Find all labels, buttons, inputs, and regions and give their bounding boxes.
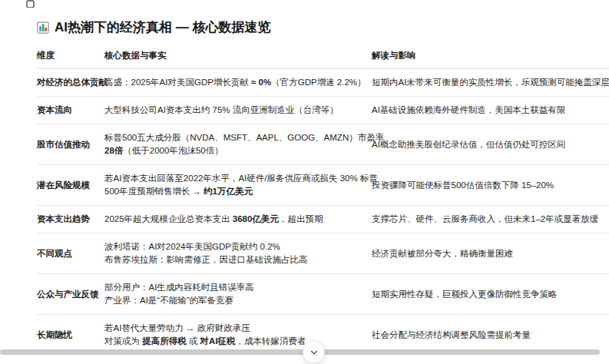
- facts-cell: 标普500五大成分股（NVDA、MSFT、AAPL、GOOG、AMZN）市盈率2…: [104, 124, 372, 165]
- fact-highlight: ≈ 0%: [251, 78, 271, 87]
- bar-chart-icon: [37, 22, 49, 34]
- chevron-down-icon: [309, 348, 319, 357]
- fact-text: 布鲁苏埃拉斯：影响需修正，因进口基础设施占比高: [104, 255, 308, 264]
- page: { "page": { "title": "AI热潮下的经济真相 — 核心数据速…: [0, 0, 609, 364]
- fact-text: ，超出预期: [279, 214, 323, 223]
- fact-line: 波利塔诺：AI对2024年美国GDP贡献约 0.2%: [104, 240, 362, 253]
- fact-line: 大型科技公司AI资本支出约 75% 流向亚洲制造业（台湾等）: [104, 104, 362, 117]
- fact-line: 对策或为 提高所得税 或 对AI征税，成本转嫁消费者: [104, 335, 362, 348]
- impact-cell: 支撑芯片、硬件、云服务商收入，但未来1–2年或显著放缓: [372, 206, 609, 233]
- dimension-label: 股市估值推动: [37, 124, 104, 165]
- fact-text: 高盛：2025年AI对美国GDP增长贡献: [104, 78, 251, 87]
- fact-line: 若AI替代大量劳动力 → 政府财政承压: [104, 322, 362, 335]
- dimension-label: 资本支出趋势: [37, 206, 104, 233]
- table-header-row: 维度 核心数据与事实 解读与影响: [37, 47, 609, 69]
- fact-text: 2025年超大规模企业总资本支出: [104, 214, 233, 223]
- facts-cell: 大型科技公司AI资本支出约 75% 流向亚洲制造业（台湾等）: [104, 97, 372, 124]
- fact-highlight: 约1万亿美元: [204, 187, 253, 196]
- fact-text: 波利塔诺：AI对2024年美国GDP贡献约 0.2%: [104, 242, 280, 251]
- fact-line: 标普500五大成分股（NVDA、MSFT、AAPL、GOOG、AMZN）市盈率: [104, 131, 362, 144]
- fact-text: ，成本转嫁消费者: [236, 336, 306, 346]
- fact-line: 2025年超大规模企业总资本支出 3680亿美元，超出预期: [104, 213, 362, 226]
- table-row: 公众与产业反馈部分用户：AI生成内容耗时且错误率高产业界：AI是“不能输”的军备…: [37, 274, 609, 315]
- page-title-text: AI热潮下的经济真相 — 核心数据速览: [55, 18, 270, 36]
- impact-cell: 投资骤降可能使标普500估值倍数下降 15–20%: [372, 165, 609, 206]
- fact-line: 高盛：2025年AI对美国GDP增长贡献 ≈ 0%（官方GDP增速 2.2%）: [104, 76, 362, 89]
- fact-text: 对策或为: [104, 336, 142, 346]
- fact-line: 部分用户：AI生成内容耗时且错误率高: [104, 281, 362, 294]
- fact-text: 或: [187, 336, 200, 346]
- dimension-label: 资本流向: [37, 97, 104, 124]
- impact-cell: AI概念助推美股创纪录估值，但估值仍处可控区间: [372, 124, 609, 165]
- table-row: 不同观点波利塔诺：AI对2024年美国GDP贡献约 0.2%布鲁苏埃拉斯：影响需…: [37, 233, 609, 274]
- fact-line: 产业界：AI是“不能输”的军备竞赛: [104, 294, 362, 307]
- fact-text: 若AI资本支出回落至2022年水平，AI硬件/服务供应商或损失 30% 标普: [104, 174, 378, 183]
- data-table: 维度 核心数据与事实 解读与影响 对经济的总体贡献高盛：2025年AI对美国GD…: [37, 47, 609, 355]
- header-facts: 核心数据与事实: [104, 47, 372, 69]
- fact-text: 产业界：AI是“不能输”的军备竞赛: [104, 296, 233, 305]
- fact-line: 布鲁苏埃拉斯：影响需修正，因进口基础设施占比高: [104, 253, 362, 266]
- horizontal-scrollbar-thumb[interactable]: [0, 349, 600, 355]
- table-row: 股市估值推动标普500五大成分股（NVDA、MSFT、AAPL、GOOG、AMZ…: [37, 124, 609, 165]
- fact-text: 大型科技公司AI资本支出约 75% 流向亚洲制造业（台湾等）: [104, 105, 339, 114]
- impact-cell: 短期实用性存疑，巨额投入更像防御性竞争策略: [372, 274, 609, 315]
- fact-text: 标普500五大成分股（NVDA、MSFT、AAPL、GOOG、AMZN）市盈率: [104, 133, 384, 142]
- impact-cell: AI基础设施依赖海外硬件制造，美国本土获益有限: [372, 97, 609, 124]
- fact-line: 500年度预期销售增长 → 约1万亿美元: [104, 185, 362, 198]
- dimension-label: 潜在风险规模: [37, 165, 104, 206]
- table-row: 资本支出趋势2025年超大规模企业总资本支出 3680亿美元，超出预期支撑芯片、…: [37, 206, 609, 233]
- facts-cell: 2025年超大规模企业总资本支出 3680亿美元，超出预期: [104, 206, 372, 233]
- clipped-icon-glyph: [26, 0, 35, 8]
- page-title: AI热潮下的经济真相 — 核心数据速览: [37, 18, 609, 36]
- table-row: 潜在风险规模若AI资本支出回落至2022年水平，AI硬件/服务供应商或损失 30…: [37, 165, 609, 206]
- header-dimension: 维度: [37, 47, 104, 69]
- dimension-label: 不同观点: [37, 233, 104, 274]
- fact-text: 500年度预期销售增长 →: [104, 187, 204, 196]
- scroll-to-bottom-button[interactable]: [303, 341, 325, 363]
- fact-line: 28倍（低于2000年泡沫50倍）: [104, 144, 362, 157]
- facts-cell: 部分用户：AI生成内容耗时且错误率高产业界：AI是“不能输”的军备竞赛: [104, 274, 372, 315]
- facts-cell: 高盛：2025年AI对美国GDP增长贡献 ≈ 0%（官方GDP增速 2.2%）: [104, 69, 372, 97]
- dimension-label: 公众与产业反馈: [37, 274, 104, 315]
- table-row: 对经济的总体贡献高盛：2025年AI对美国GDP增长贡献 ≈ 0%（官方GDP增…: [37, 69, 609, 97]
- table-body: 对经济的总体贡献高盛：2025年AI对美国GDP增长贡献 ≈ 0%（官方GDP增…: [37, 69, 609, 356]
- header-impact: 解读与影响: [372, 47, 609, 69]
- facts-cell: 若AI资本支出回落至2022年水平，AI硬件/服务供应商或损失 30% 标普50…: [104, 165, 372, 206]
- fact-highlight: 提高所得税: [142, 336, 187, 346]
- table-row: 资本流向大型科技公司AI资本支出约 75% 流向亚洲制造业（台湾等）AI基础设施…: [37, 97, 609, 124]
- fact-highlight: 3680亿美元: [233, 214, 279, 223]
- facts-cell: 波利塔诺：AI对2024年美国GDP贡献约 0.2%布鲁苏埃拉斯：影响需修正，因…: [104, 233, 372, 274]
- dimension-label: 对经济的总体贡献: [37, 69, 104, 97]
- fact-text: （低于2000年泡沫50倍）: [123, 146, 223, 155]
- fact-highlight: 28倍: [104, 146, 123, 155]
- fact-highlight: 对AI征税: [200, 336, 236, 346]
- fact-text: 部分用户：AI生成内容耗时且错误率高: [104, 283, 254, 292]
- impact-cell: 短期内AI未带来可衡量的实质性增长，乐观预测可能掩盖深层趋势: [372, 69, 609, 97]
- fact-text: 若AI替代大量劳动力 → 政府财政承压: [104, 323, 250, 333]
- fact-line: 若AI资本支出回落至2022年水平，AI硬件/服务供应商或损失 30% 标普: [104, 172, 362, 185]
- impact-cell: 经济贡献被部分夸大，精确衡量困难: [372, 233, 609, 274]
- fact-text: （官方GDP增速 2.2%）: [271, 78, 366, 87]
- main-content: AI热潮下的经济真相 — 核心数据速览 维度 核心数据与事实 解读与影响 对经济…: [37, 18, 609, 355]
- clipped-toolbar-icon: [26, 0, 35, 8]
